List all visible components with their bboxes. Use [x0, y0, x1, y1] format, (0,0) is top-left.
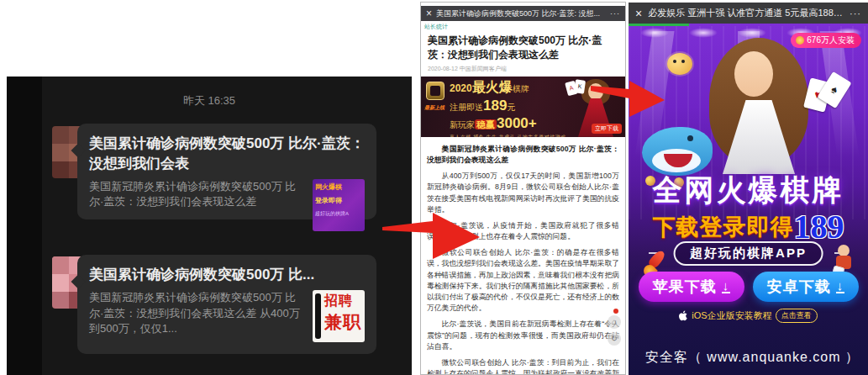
- apple-download-label: 苹果下载: [653, 277, 717, 297]
- view-tutorial-button[interactable]: 点击查看: [776, 309, 818, 323]
- installs-badge: 676万人安装: [791, 33, 861, 48]
- promo-tagline-pill: 超好玩的棋牌APP: [673, 241, 823, 266]
- android-download-label: 安卓下载: [767, 277, 831, 297]
- article-paragraph: 从400万到500万，仅仅17天的时间，美国新增100万新冠肺炎确诊病例。8月9…: [427, 171, 619, 215]
- banner-download-button[interactable]: 立即下载: [592, 124, 622, 134]
- article-meta: 2020-08-12 中国新闻网客户端: [421, 64, 625, 77]
- playing-card-icon: K: [574, 79, 586, 94]
- banner-newplayer: 新玩家: [450, 120, 475, 129]
- thumb-line: 超好玩的棋牌A: [315, 210, 362, 218]
- banner-hot: 最火爆: [472, 80, 513, 94]
- banner-games-list: 真人在线 捕鱼 牛牛 龙虎斗 斗地主多类对战游戏: [450, 134, 563, 137]
- article-window-title: 美国累计确诊病例数突破500万 比尔·盖茨: 没想...: [436, 8, 606, 19]
- installs-count: 676万人安装: [807, 34, 855, 46]
- download-icon: ↓: [836, 280, 845, 293]
- promo-window-title: 必发娱乐 亚洲十强 认准官方通道 5元最高18888 ...: [648, 7, 844, 19]
- ios-install-note: iOS企业版安装教程 点击查看: [629, 309, 868, 323]
- chat-card-description: 美国新冠肺炎累计确诊病例数突破500万 比尔·盖茨：没想到我们会表现这么差: [89, 179, 304, 231]
- chat-left-edge: [7, 77, 42, 375]
- close-icon[interactable]: ×: [426, 8, 432, 19]
- close-icon[interactable]: ×: [635, 7, 642, 20]
- banner-amount: 189: [483, 98, 507, 114]
- promo-subline-text: 下载登录即得: [653, 214, 794, 240]
- app-icon: [426, 82, 445, 100]
- girl-face-illustration: [734, 51, 773, 97]
- banner-win: 稳赢: [475, 119, 497, 129]
- red-arrow-middle-to-right: [591, 78, 668, 119]
- banner-yuan: 元: [507, 103, 515, 112]
- red-arrow-left-to-middle: [382, 212, 483, 262]
- stage-lamp-glow: [689, 28, 718, 38]
- screenshot-root: 昨天 16:35 美国累计确诊病例数突破500万 比尔·盖茨：没想到我们会表 美…: [0, 0, 868, 375]
- person-silhouette-icon: [315, 293, 321, 339]
- chat-card-title: 美国累计确诊病例数突破500万 比尔·盖茨：没想到我们会表: [89, 134, 365, 174]
- refresh-icon[interactable]: ↻: [608, 332, 621, 346]
- chat-timestamp: 昨天 16:35: [7, 93, 412, 108]
- chat-card-title: 美国累计确诊病例数突破500万 比...: [89, 265, 365, 285]
- promo-bonus-number: 189: [794, 208, 844, 246]
- chat-link-card[interactable]: 美国累计确诊病例数突破500万 比... 美国新冠肺炎累计确诊病例数突破500万…: [77, 255, 376, 354]
- apple-download-button[interactable]: 苹果下载 ↓: [639, 272, 744, 302]
- article-paragraph: 微软公司联合创始人 比尔·盖茨：到目前为止，我们在检测上存在的问题令人震惊，因为…: [427, 357, 619, 375]
- banner-3000: 3000+: [497, 115, 537, 131]
- banner-text: 2020最火爆棋牌 注册即送189元 新玩家稳赢3000+ 真人在线 捕鱼 牛牛…: [450, 79, 563, 137]
- notification-dot: [613, 309, 618, 314]
- chat-card-thumbnail-ad: 网火爆棋 登录即得 超好玩的棋牌A: [313, 179, 365, 231]
- dice-man-illustration: [831, 245, 856, 275]
- thumb-line: 招聘: [324, 293, 365, 310]
- watermark: 安全客（ www.anquanke.com ）: [645, 349, 860, 367]
- ios-note-text: iOS企业版安装教程: [692, 309, 771, 322]
- chat-link-card[interactable]: 美国累计确诊病例数突破500万 比尔·盖茨：没想到我们会表 美国新冠肺炎累计确诊…: [77, 124, 376, 219]
- article-paragraph: 美国新冠肺炎累计确诊病例数突破500万 比尔·盖茨：没想到我们会表现这么差: [427, 144, 619, 166]
- apple-logo-icon: [679, 310, 688, 321]
- promo-browser-panel: × 必发娱乐 亚洲十强 认准官方通道 5元最高18888 ... ··· 676…: [629, 3, 868, 375]
- home-icon[interactable]: ⌂: [608, 315, 621, 329]
- more-menu-icon[interactable]: ···: [610, 9, 620, 18]
- download-icon: ↓: [722, 280, 731, 293]
- promo-subline: 下载登录即得189: [629, 207, 868, 246]
- article-headline: 美国累计确诊病例数突破500万 比尔·盖茨：没想到我们会表现这么差: [421, 31, 625, 64]
- promo-headline: 全网火爆棋牌: [629, 171, 868, 210]
- article-titlebar: × 美国累计确诊病例数突破500万 比尔·盖茨: 没想... ···: [421, 6, 625, 21]
- pufferfish-illustration: [667, 53, 692, 75]
- thumb-line: 网火爆棋: [315, 182, 362, 192]
- chat-card-thumbnail-job: 招聘 兼职: [313, 290, 365, 342]
- more-menu-icon[interactable]: ···: [850, 8, 861, 18]
- fire-icon: [796, 36, 804, 45]
- chat-screenshot-panel: 昨天 16:35 美国累计确诊病例数突破500万 比尔·盖茨：没想到我们会表 美…: [7, 77, 412, 375]
- banner-register: 注册即送: [450, 103, 483, 112]
- thumb-line: 登录即得: [315, 196, 362, 205]
- article-browser-panel: × 美国累计确诊病例数突破500万 比尔·盖茨: 没想... ··· 站长统计 …: [420, 2, 626, 375]
- chat-card-description: 美国新冠肺炎累计确诊病例数突破500万 比尔·盖茨：没想到我们会表现这么差 从4…: [89, 290, 304, 342]
- new-release-badge: 最新上线: [424, 104, 445, 112]
- promo-titlebar: × 必发娱乐 亚洲十强 认准官方通道 5元最高18888 ... ···: [629, 3, 868, 24]
- article-paragraph: 比尔·盖茨说，美国目前在新冠病毒检测上存在着“令人震惊”的问题，现有的检测效率很…: [427, 319, 619, 352]
- banner-year: 2020: [450, 82, 472, 94]
- android-download-button[interactable]: 安卓下载 ↓: [753, 272, 859, 302]
- stats-link[interactable]: 站长统计: [421, 21, 625, 31]
- thumb-line: 兼职: [324, 310, 365, 334]
- banner-chess: 棋牌: [513, 84, 529, 93]
